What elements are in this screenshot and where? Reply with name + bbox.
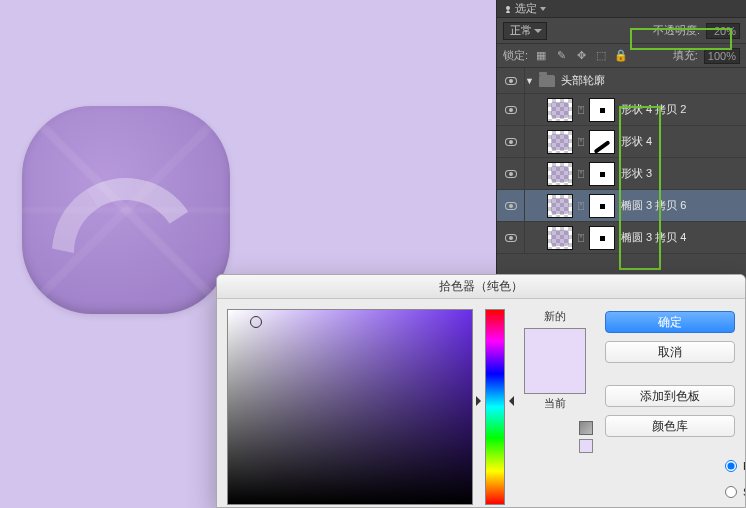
new-label: 新的	[544, 309, 566, 324]
link-icon[interactable]: ⍞	[577, 199, 585, 213]
svg-point-0	[506, 6, 510, 10]
lock-fill-row: 锁定: ▦ ✎ ✥ ⬚ 🔒 填充: 100%	[497, 44, 746, 68]
hue-indicator	[479, 396, 511, 406]
layer-row[interactable]: ⍞形状 4 拷贝 2	[497, 94, 746, 126]
fill-value[interactable]: 100%	[704, 48, 740, 64]
color-picker-dialog: 拾色器（纯色） 新的 当前 确定 取消 添加到色板 颜色库	[216, 274, 746, 508]
visibility-icon[interactable]	[505, 106, 517, 114]
lock-frame-icon[interactable]: ⬚	[594, 49, 608, 63]
layer-thumb	[547, 226, 573, 250]
fill-label: 填充:	[673, 48, 698, 63]
layer-thumb	[547, 130, 573, 154]
group-name: 头部轮廓	[561, 73, 605, 88]
swatch-current	[525, 361, 585, 393]
layer-row[interactable]: ⍞椭圆 3 拷贝 6	[497, 190, 746, 222]
s-radio[interactable]	[725, 486, 737, 498]
layer-row[interactable]: ⍞形状 4	[497, 126, 746, 158]
ok-button[interactable]: 确定	[605, 311, 735, 333]
layer-mask-thumb	[589, 162, 615, 186]
opacity-value[interactable]: 20%	[706, 23, 740, 39]
layer-thumb	[547, 194, 573, 218]
link-icon[interactable]: ⍞	[577, 231, 585, 245]
link-icon[interactable]: ⍞	[577, 167, 585, 181]
blend-mode-dropdown[interactable]: 正常	[503, 22, 547, 40]
selection-kind-label: 选定	[515, 1, 537, 16]
layer-name: 椭圆 3 拷贝 6	[621, 198, 686, 213]
dialog-buttons: 确定 取消 添加到色板 颜色库	[605, 309, 735, 497]
layers-panel: 选定 正常 不透明度: 20% 锁定: ▦ ✎ ✥ ⬚ 🔒 填充: 100% ▼…	[496, 0, 746, 284]
layer-tree: ▼ 头部轮廓 ⍞形状 4 拷贝 2⍞形状 4⍞形状 3⍞椭圆 3 拷贝 6⍞椭圆…	[497, 68, 746, 254]
layer-name: 椭圆 3 拷贝 4	[621, 230, 686, 245]
layer-group-row[interactable]: ▼ 头部轮廓	[497, 68, 746, 94]
sv-cursor	[250, 316, 262, 328]
layer-name: 形状 4 拷贝 2	[621, 102, 686, 117]
hsb-inputs: H: 度 S:	[725, 457, 746, 501]
canvas-artwork	[22, 106, 230, 314]
selection-kind-dropdown[interactable]: 选定	[503, 1, 547, 16]
link-icon[interactable]: ⍞	[577, 135, 585, 149]
blend-mode-value: 正常	[510, 23, 532, 38]
layer-row[interactable]: ⍞形状 3	[497, 158, 746, 190]
swatch-column: 新的 当前	[517, 309, 593, 497]
h-radio[interactable]	[725, 460, 737, 472]
layer-mask-thumb	[589, 194, 615, 218]
swatch-new	[525, 329, 585, 361]
saturation-value-field[interactable]	[227, 309, 473, 505]
link-icon[interactable]: ⍞	[577, 103, 585, 117]
add-swatch-button[interactable]: 添加到色板	[605, 385, 735, 407]
swatch-pair	[524, 328, 586, 394]
layer-mask-thumb	[589, 98, 615, 122]
visibility-icon[interactable]	[505, 77, 517, 85]
layer-thumb	[547, 98, 573, 122]
layer-name: 形状 3	[621, 166, 652, 181]
panel-tabs: 选定	[497, 0, 746, 18]
lock-label: 锁定:	[503, 48, 528, 63]
color-library-button[interactable]: 颜色库	[605, 415, 735, 437]
color-3d-icon[interactable]	[579, 421, 593, 435]
layer-thumb	[547, 162, 573, 186]
lock-move-icon[interactable]: ✥	[574, 49, 588, 63]
lock-all-icon[interactable]: 🔒	[614, 49, 628, 63]
lock-brush-icon[interactable]: ✎	[554, 49, 568, 63]
layer-name: 形状 4	[621, 134, 652, 149]
visibility-icon[interactable]	[505, 202, 517, 210]
folder-toggle-icon[interactable]: ▼	[525, 76, 537, 86]
layer-row[interactable]: ⍞椭圆 3 拷贝 4	[497, 222, 746, 254]
lock-transparent-icon[interactable]: ▦	[534, 49, 548, 63]
hue-strip[interactable]	[485, 309, 505, 505]
websafe-swatch[interactable]	[579, 439, 593, 453]
dialog-title: 拾色器（纯色）	[217, 275, 745, 299]
lock-icons: ▦ ✎ ✥ ⬚ 🔒	[534, 49, 628, 63]
visibility-icon[interactable]	[505, 138, 517, 146]
visibility-icon[interactable]	[505, 170, 517, 178]
layer-mask-thumb	[589, 130, 615, 154]
visibility-icon[interactable]	[505, 234, 517, 242]
current-label: 当前	[544, 396, 566, 411]
opacity-label: 不透明度:	[653, 23, 700, 38]
blend-opacity-row: 正常 不透明度: 20%	[497, 18, 746, 44]
folder-icon	[539, 75, 555, 87]
layer-mask-thumb	[589, 226, 615, 250]
glass-arc	[38, 164, 214, 340]
cancel-button[interactable]: 取消	[605, 341, 735, 363]
